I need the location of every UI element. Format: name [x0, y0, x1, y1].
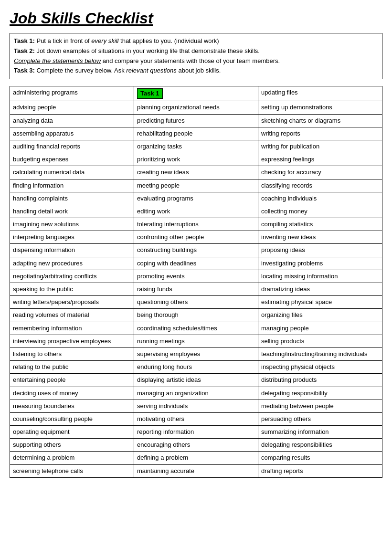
- table-row: counseling/consulting peoplemotivating o…: [10, 412, 382, 425]
- skill-cell[interactable]: maintaining accurate: [134, 464, 258, 477]
- skill-cell[interactable]: constructing buildings: [134, 244, 258, 257]
- skill-cell[interactable]: auditing financial reports: [10, 140, 134, 153]
- skill-cell[interactable]: reporting information: [134, 426, 258, 439]
- skill-cell[interactable]: delegating responsibilities: [258, 439, 382, 452]
- skill-cell[interactable]: deciding uses of money: [10, 387, 134, 400]
- skill-cell[interactable]: expressing feelings: [258, 153, 382, 166]
- skill-cell[interactable]: adapting new procedures: [10, 257, 134, 270]
- table-row: speaking to the publicraising fundsdrama…: [10, 283, 382, 296]
- task3-italic: relevant questions: [126, 67, 177, 74]
- skill-cell[interactable]: raising funds: [134, 283, 258, 296]
- skill-cell[interactable]: relating to the public: [10, 361, 134, 374]
- skill-cell[interactable]: operating equipment: [10, 426, 134, 439]
- table-row: imagining new solutionstolerating interr…: [10, 218, 382, 231]
- skill-cell[interactable]: predicting futures: [134, 114, 258, 127]
- skill-cell[interactable]: setting up demonstrations: [258, 101, 382, 114]
- table-row: reading volumes of materialbeing thoroug…: [10, 309, 382, 322]
- skill-cell[interactable]: writing letters/papers/proposals: [10, 296, 134, 309]
- skill-cell[interactable]: updating files: [258, 86, 382, 101]
- skill-cell[interactable]: coaching individuals: [258, 192, 382, 205]
- skill-cell[interactable]: imagining new solutions: [10, 218, 134, 231]
- skill-cell[interactable]: interviewing prospective employees: [10, 335, 134, 347]
- skill-cell[interactable]: evaluating programs: [134, 192, 258, 205]
- skill-cell[interactable]: advising people: [10, 101, 134, 114]
- skill-cell[interactable]: locating missing information: [258, 270, 382, 283]
- skill-cell[interactable]: enduring long hours: [134, 361, 258, 374]
- skills-table-wrapper: administering programsTask 1updating fil…: [10, 86, 382, 478]
- skill-cell[interactable]: dispensing information: [10, 244, 134, 257]
- skill-cell[interactable]: prioritizing work: [134, 153, 258, 166]
- skill-cell[interactable]: classifying records: [258, 179, 382, 192]
- skill-cell[interactable]: tolerating interruptions: [134, 218, 258, 231]
- skill-cell[interactable]: displaying artistic ideas: [134, 374, 258, 387]
- skill-cell[interactable]: running meetings: [134, 335, 258, 347]
- skill-cell[interactable]: defining a problem: [134, 452, 258, 464]
- skill-cell[interactable]: writing for publication: [258, 140, 382, 153]
- skill-cell[interactable]: investigating problems: [258, 257, 382, 270]
- skill-cell[interactable]: determining a problem: [10, 452, 134, 464]
- skill-cell[interactable]: interpreting languages: [10, 231, 134, 244]
- skill-cell[interactable]: creating new ideas: [134, 166, 258, 179]
- table-row: interpreting languagesconfronting other …: [10, 231, 382, 244]
- skill-cell[interactable]: assembling apparatus: [10, 127, 134, 140]
- skill-cell[interactable]: persuading others: [258, 412, 382, 425]
- skill-cell[interactable]: writing reports: [258, 127, 382, 140]
- skill-cell[interactable]: entertaining people: [10, 374, 134, 387]
- skill-cell[interactable]: supervising employees: [134, 347, 258, 360]
- table-row: deciding uses of moneymanaging an organi…: [10, 387, 382, 400]
- skill-cell[interactable]: administering programs: [10, 86, 134, 101]
- skill-cell[interactable]: sketching charts or diagrams: [258, 114, 382, 127]
- skill-cell[interactable]: handling detail work: [10, 205, 134, 218]
- skill-cell[interactable]: managing people: [258, 322, 382, 335]
- skill-cell[interactable]: planning organizational needs: [134, 101, 258, 114]
- skill-cell[interactable]: rehabilitating people: [134, 127, 258, 140]
- skill-cell[interactable]: editing work: [134, 205, 258, 218]
- skill-cell[interactable]: budgeting expenses: [10, 153, 134, 166]
- skill-cell[interactable]: listening to others: [10, 347, 134, 360]
- skill-cell[interactable]: distributing products: [258, 374, 382, 387]
- skill-cell[interactable]: handling complaints: [10, 192, 134, 205]
- skill-cell[interactable]: estimating physical space: [258, 296, 382, 309]
- skill-cell[interactable]: being thorough: [134, 309, 258, 322]
- skill-cell[interactable]: collecting money: [258, 205, 382, 218]
- skill-cell[interactable]: inventing new ideas: [258, 231, 382, 244]
- skill-cell[interactable]: summarizing information: [258, 426, 382, 439]
- skill-cell[interactable]: dramatizing ideas: [258, 283, 382, 296]
- skill-cell[interactable]: reading volumes of material: [10, 309, 134, 322]
- skill-cell[interactable]: comparing results: [258, 452, 382, 464]
- skill-cell[interactable]: organizing tasks: [134, 140, 258, 153]
- skill-cell[interactable]: serving individuals: [134, 400, 258, 412]
- skill-cell[interactable]: checking for accuracy: [258, 166, 382, 179]
- skill-cell[interactable]: encouraging others: [134, 439, 258, 452]
- skill-cell[interactable]: proposing ideas: [258, 244, 382, 257]
- skill-cell[interactable]: speaking to the public: [10, 283, 134, 296]
- skill-cell[interactable]: remembering information: [10, 322, 134, 335]
- skill-cell[interactable]: negotiating/arbitrating conflicts: [10, 270, 134, 283]
- skill-cell[interactable]: selling products: [258, 335, 382, 347]
- skill-cell[interactable]: motivating others: [134, 412, 258, 425]
- skill-cell[interactable]: compiling statistics: [258, 218, 382, 231]
- skill-cell[interactable]: screening telephone calls: [10, 464, 134, 477]
- skill-cell[interactable]: Task 1: [134, 86, 258, 101]
- skill-cell[interactable]: analyzing data: [10, 114, 134, 127]
- skill-cell[interactable]: confronting other people: [134, 231, 258, 244]
- table-row: determining a problemdefining a problemc…: [10, 452, 382, 464]
- skill-cell[interactable]: meeting people: [134, 179, 258, 192]
- skill-cell[interactable]: organizing files: [258, 309, 382, 322]
- skill-cell[interactable]: counseling/consulting people: [10, 412, 134, 425]
- skill-cell[interactable]: managing an organization: [134, 387, 258, 400]
- skill-cell[interactable]: inspecting physical objects: [258, 361, 382, 374]
- skill-cell[interactable]: coping with deadlines: [134, 257, 258, 270]
- table-row: handling detail workediting workcollecti…: [10, 205, 382, 218]
- skill-cell[interactable]: questioning others: [134, 296, 258, 309]
- skill-cell[interactable]: delegating responsibility: [258, 387, 382, 400]
- skill-cell[interactable]: mediating between people: [258, 400, 382, 412]
- skill-cell[interactable]: calculating numerical data: [10, 166, 134, 179]
- skill-cell[interactable]: drafting reports: [258, 464, 382, 477]
- skill-cell[interactable]: teaching/instructing/training individual…: [258, 347, 382, 360]
- skill-cell[interactable]: measuring boundaries: [10, 400, 134, 412]
- skill-cell[interactable]: promoting events: [134, 270, 258, 283]
- skill-cell[interactable]: finding information: [10, 179, 134, 192]
- skill-cell[interactable]: supporting others: [10, 439, 134, 452]
- skill-cell[interactable]: coordinating schedules/times: [134, 322, 258, 335]
